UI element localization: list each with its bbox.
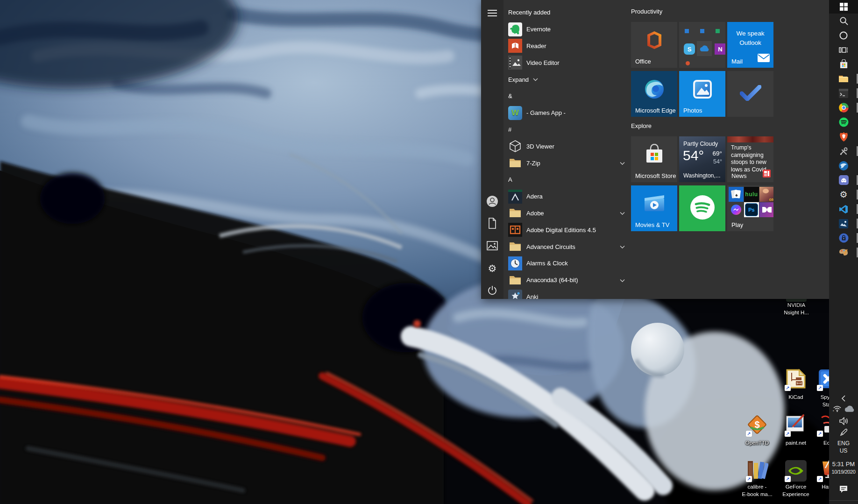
tile-microsoft-todo[interactable] — [727, 71, 773, 117]
taskbar-item-brave[interactable] — [829, 129, 858, 144]
tile-movies-tv[interactable]: Movies & TV — [631, 185, 677, 231]
thunderbird-icon — [838, 161, 849, 171]
app-list-item-games-app[interactable]: W- Games App - — [508, 105, 631, 121]
windows-logo-icon — [840, 3, 848, 11]
tile-weather[interactable]: Partly Cloudy54°69°54°Washington,... — [679, 136, 725, 182]
pen-workspace-icon[interactable] — [829, 427, 858, 438]
tile-mail[interactable]: We speak OutlookMail — [727, 22, 773, 68]
hidden-icons-chevron[interactable] — [829, 394, 858, 403]
movies-tv-icon — [644, 194, 665, 215]
chevron-left-icon — [841, 395, 846, 402]
app-list-item-adobe-digital-editions-4-5[interactable]: Adobe Digital Editions 4.5 — [508, 221, 631, 238]
desktop-screen: NVIDIANsight H...↗KiCad↗SpyboStart$↗Open… — [0, 0, 858, 504]
taskbar-item-settings[interactable]: ⚙ — [829, 187, 858, 202]
app-list-item-advanced-circuits[interactable]: Advanced Circuits — [508, 238, 631, 255]
spotify-icon — [839, 117, 849, 127]
skype-icon: S — [684, 43, 695, 55]
taskbar-item-paint-palette[interactable] — [829, 245, 858, 260]
app-list-item-label: Adobe — [526, 210, 544, 217]
build-tools-icon — [839, 147, 848, 156]
app-list-item-alarms-clock[interactable]: Alarms & Clock — [508, 255, 631, 272]
tile-label: Office — [635, 58, 651, 65]
app-list-item-video-editor[interactable]: Video Editor — [508, 54, 631, 71]
taskbar-item-discord[interactable] — [829, 173, 858, 187]
svg-text:$: $ — [754, 419, 759, 430]
tile-microsoft-store[interactable]: Microsoft Store — [631, 136, 677, 182]
app-list-item-evernote[interactable]: Evernote — [508, 21, 631, 38]
folder-icon — [508, 206, 522, 220]
tile-microsoft-edge[interactable]: Microsoft Edge — [631, 71, 677, 117]
folder-icon — [508, 273, 522, 287]
mini-app-icon — [685, 29, 689, 33]
taskbar-item-build-tools[interactable] — [829, 144, 858, 158]
tile-label: Play — [731, 221, 743, 228]
app-list-item-expand[interactable]: Expand — [508, 71, 631, 88]
tile-play-folder[interactable]: ♠huluG5PsPlay — [727, 185, 773, 231]
onedrive-icon[interactable] — [844, 405, 855, 414]
show-desktop-button[interactable] — [829, 500, 858, 504]
weather-high: 69° — [713, 150, 722, 157]
taskbar-item-password-manager[interactable] — [829, 231, 858, 245]
rail-item-power[interactable] — [481, 281, 503, 300]
tile-office-apps-folder[interactable]: SN — [679, 22, 725, 68]
desktop-icon-kicad[interactable]: ↗ — [785, 369, 807, 391]
start-button[interactable] — [829, 0, 858, 14]
tray-date: 10/19/2020 — [831, 468, 855, 476]
language-indicator[interactable]: ENG US — [829, 439, 858, 455]
taskbar-item-thunderbird[interactable] — [829, 158, 858, 173]
taskbar-item-google-chrome[interactable] — [829, 100, 858, 115]
task-view-icon — [839, 45, 848, 55]
shortcut-arrow-icon: ↗ — [746, 476, 752, 482]
onenote-icon: N — [715, 43, 725, 55]
desktop-icon-geforce-experience[interactable]: ↗ — [785, 460, 807, 482]
brave-icon — [839, 132, 848, 142]
chevron-down-icon — [533, 78, 538, 81]
taskbar-item-task-view[interactable] — [829, 43, 858, 57]
volume-icon[interactable] — [829, 416, 858, 426]
app-list-item-anki[interactable]: Anki — [508, 289, 631, 299]
app-list-item-3d-viewer[interactable]: 3D Viewer — [508, 138, 631, 155]
tray-network-row: * — [829, 405, 858, 415]
office-logo-icon — [644, 29, 665, 53]
app-list-header-label: # — [508, 126, 511, 133]
weather-low: 54° — [713, 158, 722, 165]
rail-item-menu-button[interactable] — [481, 4, 503, 22]
tile-news[interactable]: Trump's campaigning stoops to new lows a… — [727, 136, 773, 182]
desktop-icon-paint-net[interactable]: ↗ — [785, 414, 807, 437]
taskbar-item-cortana[interactable] — [829, 28, 858, 43]
doc-icon — [488, 218, 497, 229]
taskbar-item-vscode[interactable] — [829, 202, 858, 216]
desktop-icon-calibre-ebook[interactable]: ↗ — [746, 460, 768, 482]
shortcut-arrow-icon: ↗ — [785, 431, 791, 437]
wifi-icon[interactable]: * — [833, 405, 842, 414]
action-center-button[interactable] — [829, 484, 858, 494]
tile-group-title: Explore — [631, 122, 652, 129]
rail-item-documents[interactable] — [481, 214, 503, 233]
shortcut-arrow-icon: ↗ — [817, 476, 823, 482]
app-list-item-reader[interactable]: Reader — [508, 38, 631, 55]
tile-spotify[interactable] — [679, 185, 725, 231]
taskbar-item-spotify[interactable] — [829, 115, 858, 129]
app-list-item-anaconda3-64-bit[interactable]: Anaconda3 (64-bit) — [508, 272, 631, 289]
todo-check-icon — [740, 85, 761, 103]
app-list-item-7-zip[interactable]: 7-Zip — [508, 155, 631, 171]
app-list-item-adera[interactable]: Adera — [508, 188, 631, 205]
taskbar-item-file-explorer[interactable] — [829, 71, 858, 86]
app-list-item-label: Adera — [526, 193, 543, 200]
rail-item-settings[interactable]: ⚙ — [481, 259, 503, 277]
mini-app-icon — [700, 29, 704, 33]
app-list-item-adobe[interactable]: Adobe — [508, 205, 631, 222]
user-icon — [486, 195, 498, 207]
tile-photos[interactable]: Photos — [679, 71, 725, 117]
news-photo-strip — [727, 136, 773, 142]
desktop-icon-openttd[interactable]: $↗ — [746, 414, 768, 437]
app-list-header: A — [508, 171, 631, 188]
taskbar-item-command-prompt[interactable] — [829, 86, 858, 100]
rail-item-user-account[interactable] — [481, 192, 503, 211]
clock[interactable]: 5:31 PM 10/19/2020 — [829, 460, 858, 476]
taskbar-item-image-viewer[interactable] — [829, 216, 858, 231]
taskbar-item-search[interactable] — [829, 14, 858, 28]
tile-office[interactable]: Office — [631, 22, 677, 68]
rail-item-pictures[interactable] — [481, 236, 503, 255]
taskbar-item-microsoft-store[interactable] — [829, 57, 858, 71]
